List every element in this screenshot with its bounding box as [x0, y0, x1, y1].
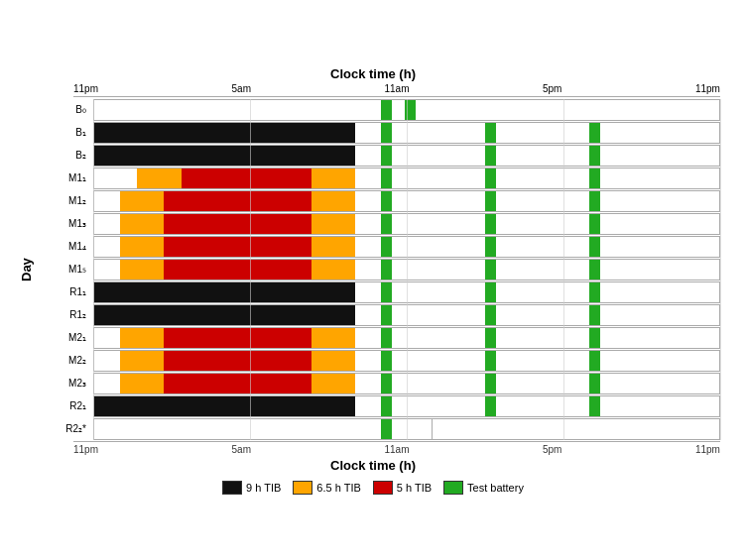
- chart-row: R1₂: [93, 304, 720, 326]
- bar-segment: [94, 146, 355, 166]
- legend-item: 9 h TIB: [222, 481, 281, 495]
- bar-segment: [311, 351, 355, 371]
- row-label: M1₄: [53, 241, 90, 252]
- green-marker: [485, 146, 496, 166]
- green-marker: [381, 305, 392, 325]
- bar-segment: [137, 168, 181, 188]
- chart-row: B₂: [93, 145, 720, 167]
- row-label: R2₁: [53, 400, 90, 411]
- row-inner: [94, 100, 719, 120]
- bottom-tick-labels: 11pm5am11am5pm11pm: [73, 441, 720, 455]
- green-marker: [589, 260, 600, 280]
- legend-item: Test battery: [443, 481, 524, 495]
- bar-segment: [164, 328, 311, 348]
- row-inner: [94, 396, 719, 416]
- grid-line: [720, 99, 721, 440]
- green-marker: [485, 305, 496, 325]
- green-marker: [589, 351, 600, 371]
- bottom-axis-title: Clock time (h): [16, 458, 730, 473]
- row-label: M2₃: [53, 378, 90, 389]
- green-marker: [485, 374, 496, 393]
- row-inner: [94, 374, 719, 393]
- bar-segment: [94, 282, 355, 302]
- chart-row: M2₂: [93, 350, 720, 372]
- green-marker: [589, 191, 600, 211]
- green-marker: [381, 419, 392, 439]
- green-marker: [589, 237, 600, 257]
- bar-segment: [120, 374, 163, 393]
- legend-color-box: [293, 481, 312, 495]
- green-marker: [381, 191, 392, 211]
- row-label: M1₂: [53, 195, 90, 206]
- row-inner: [94, 328, 719, 348]
- legend: 9 h TIB6.5 h TIB5 h TIBTest battery: [16, 481, 730, 495]
- tick-label: 11pm: [73, 83, 98, 94]
- green-marker: [589, 282, 600, 302]
- green-marker: [485, 123, 496, 143]
- green-marker: [589, 123, 600, 143]
- tick-label: 5am: [232, 83, 251, 94]
- green-marker: [381, 396, 392, 416]
- chart-body: Day B₀B₁B₂M1₁M1₂M1₃M1₄M1₅R1₁R1₂M2₁M2₂M2₃…: [16, 99, 730, 441]
- chart-row: R1₁: [93, 281, 720, 303]
- green-marker: [381, 351, 392, 371]
- green-marker: [589, 328, 600, 348]
- green-marker: [589, 374, 600, 393]
- green-marker: [485, 351, 496, 371]
- green-marker: [589, 214, 600, 234]
- row-inner: [94, 168, 719, 188]
- bar-segment: [164, 260, 311, 280]
- green-marker: [485, 168, 496, 188]
- rows-wrapper: B₀B₁B₂M1₁M1₂M1₃M1₄M1₅R1₁R1₂M2₁M2₂M2₃R2₁R…: [93, 99, 720, 440]
- chart-row: M2₁: [93, 327, 720, 349]
- row-label: M1₃: [53, 218, 90, 229]
- green-marker: [381, 374, 392, 393]
- green-marker: [381, 237, 392, 257]
- row-inner: [94, 146, 719, 166]
- row-inner: [94, 305, 719, 325]
- bar-segment: [120, 260, 163, 280]
- bar-segment: [311, 237, 355, 257]
- bar-segment: [120, 214, 163, 234]
- green-marker: [405, 100, 416, 120]
- bar-segment: [94, 396, 355, 416]
- row-inner: [94, 282, 719, 302]
- tick-label: 5pm: [543, 444, 561, 455]
- row-label: M1₅: [53, 264, 90, 275]
- chart-row: R2₂*: [93, 418, 720, 440]
- bar-segment: [94, 123, 355, 143]
- row-label: M2₁: [53, 332, 90, 343]
- green-marker: [485, 282, 496, 302]
- bar-segment: [311, 328, 355, 348]
- green-marker: [485, 191, 496, 211]
- chart-row: M1₅: [93, 259, 720, 280]
- row-label: R1₂: [53, 309, 90, 320]
- legend-item: 6.5 h TIB: [293, 481, 360, 495]
- green-marker: [485, 396, 496, 416]
- chart-row: R2₁: [93, 395, 720, 417]
- legend-label: 6.5 h TIB: [316, 482, 360, 494]
- green-marker: [381, 100, 392, 120]
- bar-segment: [120, 191, 163, 211]
- bar-segment: [164, 191, 311, 211]
- chart-row: M1₁: [93, 168, 720, 189]
- legend-color-box: [443, 481, 463, 495]
- tick-label: 11am: [384, 444, 409, 455]
- row-label: B₁: [53, 127, 90, 138]
- top-tick-labels: 11pm5am11am5pm11pm: [73, 83, 720, 97]
- row-inner: [94, 419, 719, 439]
- chart-row: M2₃: [93, 373, 720, 394]
- bar-segment: [182, 168, 311, 188]
- bar-segment: [164, 374, 311, 393]
- bar-segment: [120, 328, 163, 348]
- y-axis-container: Day: [16, 99, 36, 441]
- tick-label: 11pm: [73, 444, 98, 455]
- row-label: R2₂*: [53, 423, 90, 434]
- green-marker: [485, 260, 496, 280]
- green-marker: [589, 396, 600, 416]
- green-marker: [589, 168, 600, 188]
- green-marker: [589, 146, 600, 166]
- chart-row: M1₃: [93, 213, 720, 235]
- row-label: R1₁: [53, 286, 90, 297]
- bar-segment: [311, 191, 355, 211]
